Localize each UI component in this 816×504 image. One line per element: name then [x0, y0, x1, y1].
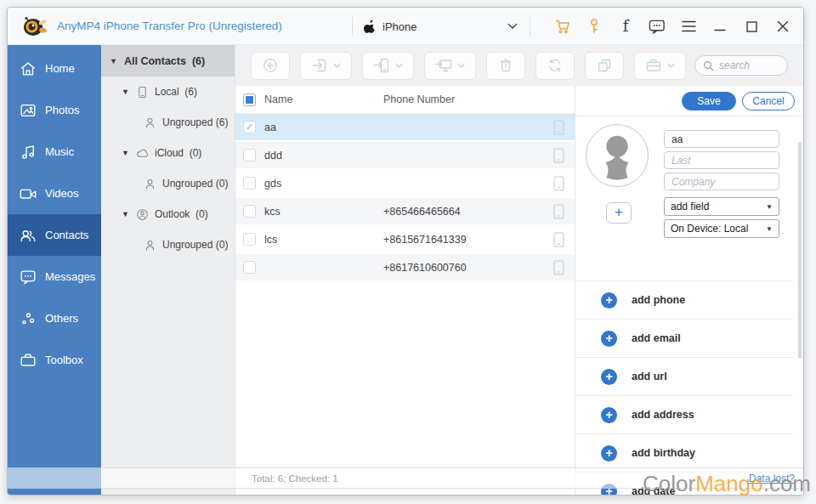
- add-phone-button[interactable]: + add phone: [575, 280, 793, 319]
- column-header-name: Name: [264, 93, 383, 105]
- collapse-triangle-icon[interactable]: ▼: [110, 57, 118, 65]
- add-field-dropdown[interactable]: add field ▼: [664, 197, 779, 216]
- row-checkbox[interactable]: [243, 261, 256, 274]
- tree-label: iCloud (0): [155, 147, 201, 159]
- plus-circle-icon: +: [601, 369, 617, 385]
- save-button[interactable]: Save: [682, 92, 736, 110]
- data-lost-link[interactable]: Data lost?: [749, 473, 795, 484]
- sidebar-item-home[interactable]: Home: [8, 48, 101, 89]
- sidebar-item-toolbox[interactable]: Toolbox: [8, 339, 101, 381]
- tree-label: Outlook (0): [155, 208, 208, 220]
- tree-item-all-contacts[interactable]: ▼ All Contacts (6): [101, 45, 235, 76]
- groups-tree-panel: ▼ All Contacts (6) ▼ Local (6) Ungrouped…: [101, 45, 235, 495]
- export-to-device-button[interactable]: [362, 52, 414, 80]
- tree-item-local[interactable]: ▼ Local (6): [101, 76, 235, 107]
- plus-circle-icon: +: [601, 331, 617, 347]
- add-email-button[interactable]: + add email: [575, 319, 793, 357]
- person-icon: [144, 239, 156, 252]
- minimize-button[interactable]: [711, 18, 728, 35]
- person-icon: [144, 116, 156, 129]
- device-selector-inner: iPhone: [353, 20, 530, 33]
- collapse-triangle-icon[interactable]: ▼: [122, 149, 130, 157]
- facebook-icon[interactable]: f: [617, 18, 634, 35]
- dedupe-button[interactable]: [585, 52, 624, 80]
- device-selector-dropdown[interactable]: iPhone: [352, 8, 530, 45]
- sidebar-item-others[interactable]: Others: [8, 297, 101, 339]
- row-checkbox[interactable]: [243, 177, 256, 190]
- add-url-button[interactable]: + add url: [575, 357, 793, 395]
- export-to-pc-button[interactable]: [424, 52, 476, 80]
- export-to-phone-icon: [373, 57, 390, 74]
- table-header-row: Name Phone Number: [235, 86, 575, 114]
- person-silhouette-icon: [586, 125, 648, 186]
- import-button[interactable]: [300, 52, 352, 80]
- add-contact-button[interactable]: [251, 52, 290, 80]
- table-row[interactable]: lcs +8615671641339: [235, 226, 575, 252]
- sidebar-item-label: Videos: [45, 187, 79, 200]
- feedback-icon[interactable]: [649, 18, 666, 35]
- menu-icon[interactable]: [680, 18, 697, 35]
- toolbox-small-icon: [645, 57, 662, 74]
- company-field[interactable]: [664, 173, 779, 190]
- collapse-triangle-icon[interactable]: ▼: [122, 88, 130, 96]
- collapse-triangle-icon[interactable]: ▼: [122, 210, 130, 218]
- register-key-icon[interactable]: [586, 18, 603, 35]
- table-row[interactable]: kcs +865466465664: [235, 198, 575, 224]
- app-logo-bee-icon: [21, 14, 48, 38]
- table-row[interactable]: ✓ aa: [235, 114, 575, 140]
- search-box[interactable]: [694, 55, 788, 76]
- tree-item-outlook-ungrouped[interactable]: Ungrouped (0): [101, 229, 235, 260]
- contact-phone: +8617610600760: [383, 262, 553, 274]
- contact-fields: add field ▼ On Device: Local ▼: [664, 130, 779, 238]
- sidebar-item-contacts[interactable]: Contacts: [8, 214, 101, 256]
- tools-button[interactable]: [634, 52, 686, 80]
- chevron-down-icon: [395, 63, 403, 69]
- contact-avatar: [586, 124, 649, 187]
- close-button[interactable]: [774, 18, 791, 35]
- app-window: AnyMP4 iPhone Transfer Pro (Unregistered…: [7, 7, 804, 496]
- last-name-field[interactable]: [664, 151, 779, 169]
- delete-button[interactable]: [486, 52, 525, 80]
- checkbox-fill: [246, 96, 253, 104]
- tree-item-icloud-ungrouped[interactable]: Ungrouped (0): [101, 168, 235, 199]
- cancel-button[interactable]: Cancel: [742, 92, 795, 110]
- row-checkbox[interactable]: ✓: [243, 121, 256, 133]
- row-checkbox[interactable]: [243, 205, 256, 218]
- sidebar-item-videos[interactable]: Videos: [8, 173, 101, 214]
- vertical-scrollbar[interactable]: [798, 142, 802, 359]
- search-icon: [703, 60, 714, 71]
- sidebar-item-messages[interactable]: Messages: [8, 256, 101, 297]
- first-name-field[interactable]: [664, 130, 779, 148]
- tree-item-icloud[interactable]: ▼ iCloud (0): [101, 138, 235, 168]
- cart-icon[interactable]: [554, 18, 571, 35]
- maximize-button[interactable]: [743, 18, 760, 35]
- detail-action-bar: Save Cancel: [575, 86, 803, 116]
- add-field-label: add field: [671, 201, 709, 212]
- table-row[interactable]: gds: [235, 170, 575, 196]
- import-icon: [311, 57, 328, 74]
- sidebar-item-music[interactable]: Music: [8, 131, 101, 173]
- contact-name: lcs: [264, 234, 383, 246]
- table-row[interactable]: +8617610600760: [235, 254, 575, 280]
- add-address-button[interactable]: + add address: [575, 395, 793, 433]
- contact-name: aa: [264, 122, 383, 133]
- search-input[interactable]: [719, 59, 777, 71]
- select-all-checkbox[interactable]: [243, 93, 256, 106]
- on-device-dropdown[interactable]: On Device: Local ▼: [664, 219, 779, 238]
- caret-down-icon: ▼: [766, 225, 773, 233]
- tree-item-outlook[interactable]: ▼ Outlook (0): [101, 199, 235, 229]
- sidebar-item-photos[interactable]: Photos: [8, 89, 101, 131]
- refresh-button[interactable]: [536, 52, 575, 80]
- selection-summary: Total: 6; Checked: 1: [252, 473, 338, 484]
- title-bar: AnyMP4 iPhone Transfer Pro (Unregistered…: [8, 8, 803, 45]
- device-phone-icon: [553, 148, 564, 163]
- contacts-toolbar: [235, 45, 803, 86]
- row-checkbox[interactable]: [243, 233, 256, 246]
- titlebar-actions: f: [554, 8, 791, 45]
- tree-item-local-ungrouped[interactable]: Ungrouped (6): [101, 107, 235, 138]
- table-row[interactable]: ddd: [235, 142, 575, 168]
- add-birthday-button[interactable]: + add birthday: [575, 433, 793, 472]
- row-checkbox[interactable]: [243, 149, 256, 161]
- add-avatar-button[interactable]: +: [606, 202, 632, 224]
- tree-label: Ungrouped (6): [162, 116, 228, 128]
